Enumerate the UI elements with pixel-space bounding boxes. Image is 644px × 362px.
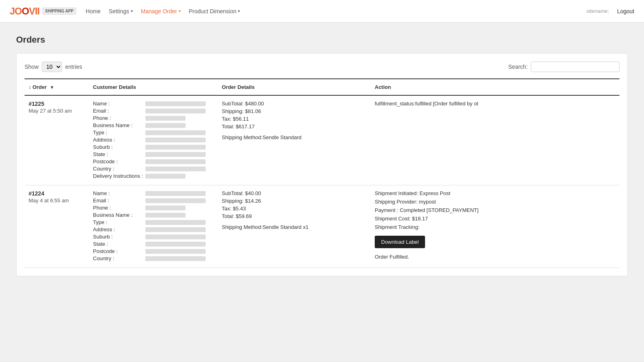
field-address: Address : — [93, 137, 214, 143]
customer-cell-1224: Name : Email : Phone : Business Nam — [89, 185, 218, 268]
customer-details-header: Customer Details — [93, 84, 136, 90]
field-phone: Phone : — [93, 115, 214, 121]
nav-right: sitename: Logout — [586, 8, 634, 14]
field-business-name: Business Name : — [93, 212, 214, 218]
field-type: Type : — [93, 219, 214, 225]
order-details-cell-1225: SubTotal: $480.00 Shipping: $81.06 Tax: … — [218, 95, 371, 185]
order-details-header: Order Details — [222, 84, 255, 90]
order-details-cell-1224: SubTotal: $40.00 Shipping: $14.26 Tax: $… — [218, 185, 371, 268]
shipment-tracking: Shipment Tracking: — [375, 224, 615, 230]
field-type: Type : — [93, 130, 214, 136]
order-fulfilled-text: Order Fulfilled. — [375, 254, 615, 260]
entries-label: entries — [65, 64, 82, 70]
sort-icon: ↕ — [29, 84, 31, 90]
page-title: Orders — [16, 35, 628, 45]
sitename-label: sitename: — [586, 8, 609, 14]
page-content: Orders Show 10 25 50 entries Search: — [0, 23, 644, 288]
nav-settings[interactable]: Settings ▾ — [109, 8, 133, 14]
field-email: Email : — [93, 197, 214, 204]
logout-button[interactable]: Logout — [617, 8, 634, 14]
search-label: Search: — [508, 64, 528, 70]
entries-control: Show 10 25 50 entries — [25, 62, 82, 72]
entries-select[interactable]: 10 25 50 — [42, 62, 62, 72]
brand: JOOVII SHIPPING APP — [10, 6, 76, 17]
action-cell-1225: fulfillment_status:fulfilled [Order fulf… — [371, 95, 619, 185]
product-dimension-chevron-icon: ▾ — [238, 9, 240, 13]
order-cell-1225: #1225 May 27 at 5:50 am — [25, 95, 89, 185]
field-email: Email : — [93, 108, 214, 114]
table-row: #1225 May 27 at 5:50 am Name : Email : — [25, 95, 619, 185]
table-row: #1224 May 4 at 6:55 am Name : Email : — [25, 185, 619, 268]
brand-logo: JOOVII — [10, 6, 39, 17]
field-postcode: Postcode : — [93, 248, 214, 254]
search-input[interactable] — [531, 62, 619, 72]
shipment-initiated: Shipment Initiated: Express Post — [375, 190, 615, 196]
navbar: JOOVII SHIPPING APP Home Settings ▾ Mana… — [0, 0, 644, 23]
table-card: Show 10 25 50 entries Search: ↕ Order — [16, 53, 628, 276]
action-cell-1224: Shipment Initiated: Express Post Shippin… — [371, 185, 619, 268]
settings-chevron-icon: ▾ — [131, 9, 133, 13]
field-country: Country : — [93, 255, 214, 261]
order-header: Order — [33, 84, 47, 90]
field-suburb: Suburb : — [93, 234, 214, 240]
order-date: May 27 at 5:50 am — [29, 108, 85, 114]
order-date: May 4 at 6:55 am — [29, 197, 85, 204]
nav-product-dimension[interactable]: Product Dimension ▾ — [189, 8, 240, 14]
order-cell-1224: #1224 May 4 at 6:55 am — [25, 185, 89, 268]
customer-cell-1225: Name : Email : Phone : Business Nam — [89, 95, 218, 185]
nav-home[interactable]: Home — [86, 8, 101, 14]
table-controls: Show 10 25 50 entries Search: — [25, 62, 619, 72]
order-number: #1225 — [29, 101, 85, 107]
field-suburb: Suburb : — [93, 144, 214, 150]
payment-status: Payment : Completed [STORED_PAYMENT] — [375, 207, 615, 213]
field-delivery-instructions: Delivery Instructions : — [93, 173, 214, 179]
orders-table: ↕ Order ▼ Customer Details Order Details… — [25, 78, 619, 268]
manage-order-chevron-icon: ▾ — [179, 9, 181, 13]
field-state: State : — [93, 241, 214, 247]
field-country: Country : — [93, 166, 214, 172]
field-business-name: Business Name : — [93, 122, 214, 128]
show-label: Show — [25, 64, 39, 70]
field-postcode: Postcode : — [93, 158, 214, 165]
action-text-1225: fulfillment_status:fulfilled [Order fulf… — [375, 101, 615, 107]
order-number: #1224 — [29, 190, 85, 197]
field-name: Name : — [93, 101, 214, 107]
field-phone: Phone : — [93, 205, 214, 211]
nav-links: Home Settings ▾ Manage Order ▾ Product D… — [86, 8, 577, 14]
field-name: Name : — [93, 190, 214, 196]
shipping-provider: Shipping Provider: mypost — [375, 199, 615, 205]
shipment-cost: Shipment Cost: $18.17 — [375, 216, 615, 222]
filter-icon: ▼ — [50, 85, 54, 90]
download-label-button[interactable]: Download Label — [375, 236, 425, 248]
nav-manage-order[interactable]: Manage Order ▾ — [141, 8, 181, 14]
action-header: Action — [375, 84, 391, 90]
search-control: Search: — [508, 62, 619, 72]
brand-tag: SHIPPING APP — [43, 8, 76, 14]
field-state: State : — [93, 151, 214, 157]
field-address: Address : — [93, 226, 214, 232]
